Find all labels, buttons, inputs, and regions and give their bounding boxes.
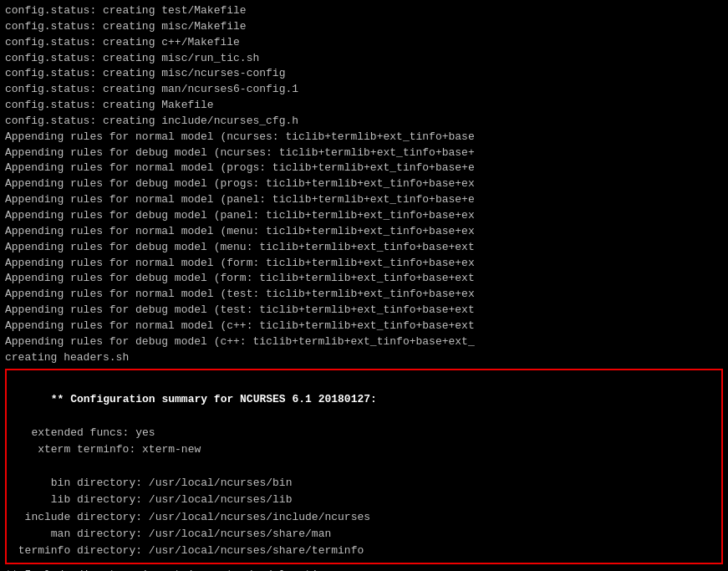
terminal-line: creating headers.sh: [5, 350, 723, 366]
summary-line-2: bin directory: /usr/local/ncurses/bin: [12, 475, 716, 492]
terminal-line: Appending rules for normal model (form: …: [5, 256, 723, 272]
terminal-line: config.status: creating c++/Makefile: [5, 35, 723, 51]
terminal-line: config.status: creating test/Makefile: [5, 3, 723, 19]
summary-line-6: terminfo directory: /usr/local/ncurses/s…: [12, 543, 716, 559]
config-summary-block: ** Configuration summary for NCURSES 6.1…: [5, 369, 723, 564]
summary-line-1: xterm terminfo: xterm-new: [12, 441, 716, 458]
summary-header-text: ** Configuration summary for NCURSES 6.1…: [51, 393, 377, 405]
terminal-line: Appending rules for normal model (c++: t…: [5, 319, 723, 334]
summary-header-line: ** Configuration summary for NCURSES 6.1…: [12, 374, 716, 424]
terminal-line: Appending rules for normal model (panel:…: [5, 192, 723, 208]
summary-line-4: include directory: /usr/local/ncurses/in…: [12, 509, 716, 526]
terminal-line: config.status: creating man/ncurses6-con…: [5, 82, 723, 98]
terminal-line: Appending rules for debug model (c++: ti…: [5, 334, 723, 350]
terminal-line: config.status: creating Makefile: [5, 98, 723, 114]
terminal-line: Appending rules for debug model (menu: t…: [5, 240, 723, 256]
terminal-line: Appending rules for debug model (test: t…: [5, 303, 723, 319]
terminal-line: Appending rules for debug model (panel: …: [5, 208, 723, 224]
terminal-line: Appending rules for debug model (ncurses…: [5, 145, 723, 161]
terminal-line: Appending rules for normal model (menu: …: [5, 224, 723, 240]
terminal-line: Appending rules for normal model (ncurse…: [5, 130, 723, 145]
summary-line-0: extended funcs: yes: [12, 425, 716, 441]
terminal-line: Appending rules for debug model (form: t…: [5, 271, 723, 287]
terminal-output-top: config.status: creating test/Makefile co…: [5, 3, 723, 365]
terminal-line: config.status: creating misc/Makefile: [5, 19, 723, 35]
include-warning-line: ** Include-directory is not in a standar…: [5, 568, 723, 571]
terminal-line: Appending rules for normal model (progs:…: [5, 161, 723, 176]
terminal-line: config.status: creating misc/run_tic.sh: [5, 51, 723, 67]
summary-line-5: man directory: /usr/local/ncurses/share/…: [12, 526, 716, 543]
terminal-line: config.status: creating misc/ncurses-con…: [5, 66, 723, 82]
terminal-line: config.status: creating include/ncurses_…: [5, 114, 723, 130]
summary-line-3: lib directory: /usr/local/ncurses/lib: [12, 492, 716, 508]
terminal-line: Appending rules for normal model (test: …: [5, 287, 723, 303]
summary-spacer: [12, 458, 716, 475]
terminal: config.status: creating test/Makefile co…: [0, 0, 728, 571]
terminal-line: Appending rules for debug model (progs: …: [5, 176, 723, 192]
